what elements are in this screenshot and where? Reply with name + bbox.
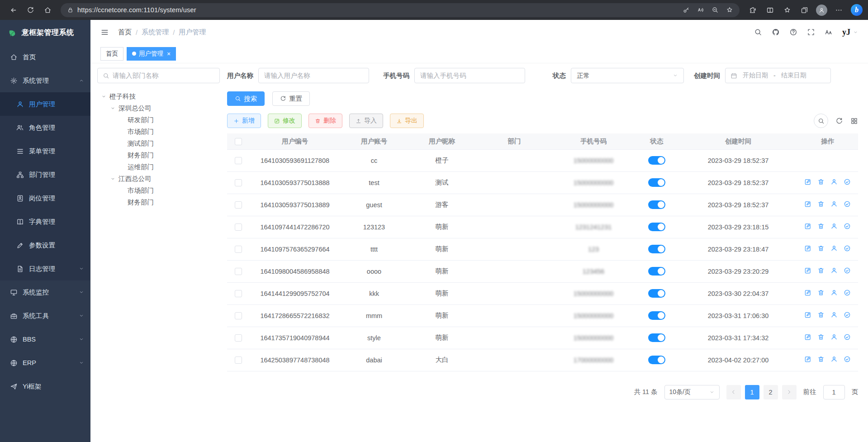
fullscreen-button[interactable] xyxy=(807,28,815,36)
row-delete-button[interactable] xyxy=(817,289,825,296)
row-edit-button[interactable] xyxy=(804,289,811,296)
row-reset-password-button[interactable] xyxy=(830,289,838,296)
sidebar-item-menu-mgmt[interactable]: 菜单管理 xyxy=(0,139,90,163)
page-button-1[interactable]: 1 xyxy=(745,385,759,399)
sidebar-item-home[interactable]: 首页 xyxy=(0,45,90,69)
row-delete-button[interactable] xyxy=(817,200,825,208)
browser-url-bar[interactable]: https://ccnetcore.com:1101/system/user xyxy=(61,3,740,17)
row-assign-role-button[interactable] xyxy=(844,333,851,341)
breadcrumb-item[interactable]: 用户管理 xyxy=(179,28,206,37)
row-checkbox[interactable] xyxy=(235,223,242,231)
row-reset-password-button[interactable] xyxy=(830,356,838,363)
row-edit-button[interactable] xyxy=(804,267,811,274)
row-checkbox[interactable] xyxy=(235,268,242,275)
sidebar-item-yi-framework[interactable]: Yi框架 xyxy=(0,375,90,398)
collapse-sidebar-button[interactable] xyxy=(100,28,109,37)
browser-back-button[interactable] xyxy=(5,2,21,18)
tree-node[interactable]: 深圳总公司 xyxy=(97,102,220,114)
status-toggle[interactable] xyxy=(648,245,665,253)
caret-down-icon[interactable] xyxy=(109,176,116,181)
row-reset-password-button[interactable] xyxy=(830,333,838,341)
password-key-icon[interactable] xyxy=(683,6,690,14)
row-edit-button[interactable] xyxy=(804,245,811,252)
github-button[interactable] xyxy=(772,28,780,36)
zoom-out-icon[interactable] xyxy=(711,6,719,14)
tree-node[interactable]: 财务部门 xyxy=(97,196,220,208)
status-toggle[interactable] xyxy=(648,311,665,320)
user-avatar-menu[interactable]: yJ xyxy=(842,28,858,37)
phone-input[interactable] xyxy=(414,68,525,83)
page-button-2[interactable]: 2 xyxy=(764,385,778,399)
collections-button[interactable] xyxy=(797,2,812,18)
date-range-picker[interactable]: 开始日期 - 结束日期 xyxy=(725,68,831,83)
sidebar-item-erp[interactable]: ERP xyxy=(0,351,90,375)
tree-node[interactable]: 橙子科技 xyxy=(97,90,220,102)
sidebar-item-dept-mgmt[interactable]: 部门管理 xyxy=(0,163,90,186)
prev-page-button[interactable] xyxy=(726,385,741,399)
read-aloud-icon[interactable] xyxy=(697,6,704,14)
row-reset-password-button[interactable] xyxy=(830,311,838,318)
next-page-button[interactable] xyxy=(782,385,797,399)
sidebar-item-post-mgmt[interactable]: 岗位管理 xyxy=(0,186,90,210)
row-checkbox[interactable] xyxy=(235,201,242,209)
username-input[interactable] xyxy=(258,68,369,83)
department-search-input[interactable] xyxy=(113,72,214,79)
split-screen-button[interactable] xyxy=(762,2,778,18)
tree-node[interactable]: 测试部门 xyxy=(97,138,220,149)
help-button[interactable] xyxy=(789,28,797,36)
row-reset-password-button[interactable] xyxy=(830,223,838,230)
row-edit-button[interactable] xyxy=(804,356,811,363)
sidebar-item-system-mgmt[interactable]: 系统管理 xyxy=(0,69,90,92)
row-assign-role-button[interactable] xyxy=(844,289,851,296)
row-checkbox[interactable] xyxy=(235,290,242,297)
sidebar-item-bbs[interactable]: BBS xyxy=(0,328,90,351)
row-delete-button[interactable] xyxy=(817,311,825,318)
row-checkbox[interactable] xyxy=(235,179,242,186)
sidebar-item-role-mgmt[interactable]: 角色管理 xyxy=(0,116,90,139)
tree-node[interactable]: 市场部门 xyxy=(97,126,220,138)
sidebar-item-user-mgmt[interactable]: 用户管理 xyxy=(0,92,90,116)
reset-button[interactable]: 重置 xyxy=(272,91,310,106)
status-select[interactable]: 正常 xyxy=(571,68,684,83)
tree-node[interactable]: 市场部门 xyxy=(97,185,220,196)
row-edit-button[interactable] xyxy=(804,200,811,208)
add-favorite-icon[interactable] xyxy=(726,6,733,14)
row-checkbox[interactable] xyxy=(235,356,242,364)
breadcrumb-item[interactable]: 系统管理 xyxy=(142,28,169,37)
tree-node[interactable]: 江西总公司 xyxy=(97,173,220,185)
status-toggle[interactable] xyxy=(648,200,665,209)
copilot-bing-icon[interactable]: b xyxy=(851,4,863,16)
delete-user-button[interactable]: 删除 xyxy=(308,114,342,128)
row-assign-role-button[interactable] xyxy=(844,200,851,208)
row-edit-button[interactable] xyxy=(804,311,811,318)
sidebar-item-system-tools[interactable]: 系统工具 xyxy=(0,304,90,328)
close-tab-icon[interactable]: × xyxy=(167,51,171,57)
favorites-button[interactable] xyxy=(779,2,795,18)
search-button[interactable]: 搜索 xyxy=(227,91,265,106)
page-size-select[interactable]: 10条/页 xyxy=(664,385,720,399)
status-toggle[interactable] xyxy=(648,156,665,165)
profile-button[interactable] xyxy=(814,2,829,18)
row-checkbox[interactable] xyxy=(235,312,242,319)
row-edit-button[interactable] xyxy=(804,178,811,185)
add-user-button[interactable]: 新增 xyxy=(227,114,261,128)
status-toggle[interactable] xyxy=(648,267,665,276)
row-delete-button[interactable] xyxy=(817,223,825,230)
caret-down-icon[interactable] xyxy=(109,106,116,111)
tab-user-mgmt[interactable]: 用户管理× xyxy=(127,47,176,61)
row-assign-role-button[interactable] xyxy=(844,178,851,185)
row-delete-button[interactable] xyxy=(817,333,825,341)
browser-refresh-button[interactable] xyxy=(23,2,38,18)
font-size-button[interactable] xyxy=(825,28,833,36)
browser-menu-button[interactable] xyxy=(831,2,846,18)
sidebar-item-param-settings[interactable]: 参数设置 xyxy=(0,233,90,257)
status-toggle[interactable] xyxy=(648,289,665,298)
sidebar-item-log-mgmt[interactable]: 日志管理 xyxy=(0,257,90,280)
sidebar-item-dict-mgmt[interactable]: 字典管理 xyxy=(0,210,90,233)
status-toggle[interactable] xyxy=(648,356,665,364)
row-reset-password-button[interactable] xyxy=(830,245,838,252)
row-delete-button[interactable] xyxy=(817,267,825,274)
status-toggle[interactable] xyxy=(648,333,665,342)
browser-home-button[interactable] xyxy=(40,2,55,18)
row-edit-button[interactable] xyxy=(804,333,811,341)
